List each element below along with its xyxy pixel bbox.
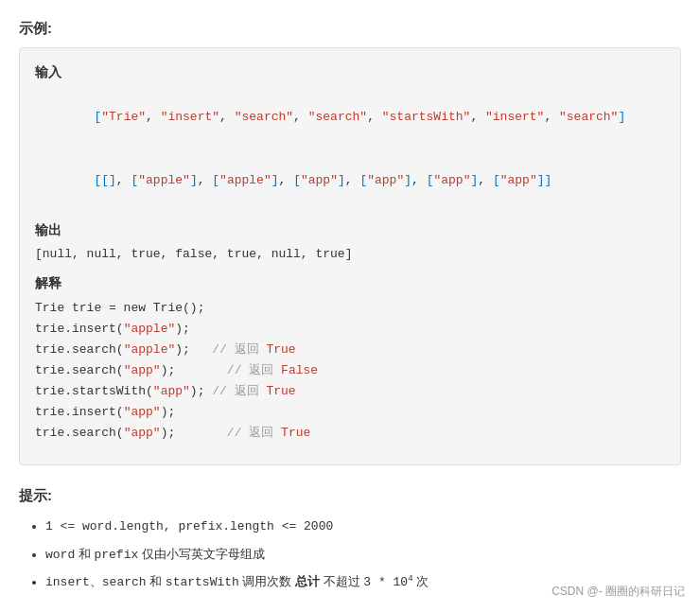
- inner7-close: ]: [537, 173, 545, 187]
- comma2: ,: [219, 110, 235, 124]
- app4: "app": [500, 173, 537, 187]
- hints-list: 1 <= word.length, prefix.length <= 2000 …: [19, 516, 681, 592]
- search-str1: "search": [235, 110, 293, 124]
- comma6: ,: [544, 110, 559, 124]
- hint-2-and: 和: [75, 547, 94, 561]
- explain-line-6: trie.insert("app");: [35, 402, 665, 423]
- trie-str: "Trie": [101, 110, 146, 124]
- hint-item-1: 1 <= word.length, prefix.length <= 2000: [45, 516, 681, 537]
- watermark: CSDN @- 圈圈的科研日记: [551, 583, 685, 601]
- hints-section: 提示: 1 <= word.length, prefix.length <= 2…: [19, 484, 681, 592]
- output-label: 输出: [35, 219, 665, 240]
- outer-bracket-close: ]: [545, 173, 552, 187]
- hint-3-and: 和: [147, 574, 166, 588]
- hint-3-mid: 调用次数: [239, 574, 295, 588]
- explain-label: 解释: [35, 272, 665, 293]
- insert-str2: "insert": [485, 110, 544, 124]
- output-code: [null, null, true, false, true, null, tr…: [35, 244, 665, 265]
- apple1: "apple": [138, 173, 190, 187]
- explain-line-1: Trie trie = new Trie();: [35, 298, 665, 319]
- example-box: 输入 ["Trie", "insert", "search", "search"…: [19, 47, 681, 465]
- comma3: ,: [293, 110, 308, 124]
- hint-2-prefix: prefix: [94, 548, 138, 562]
- sep5: ,: [411, 173, 427, 187]
- app2: "app": [367, 173, 404, 187]
- inner5-close: ]: [404, 173, 411, 187]
- hint-3-total: 总计: [295, 574, 320, 588]
- hint-3-insert: insert: [45, 575, 90, 589]
- explain-code: Trie trie = new Trie(); trie.insert("app…: [35, 298, 665, 445]
- explain-line-3: trie.search("apple"); // 返回 True: [35, 340, 665, 360]
- hints-title: 提示:: [19, 484, 681, 507]
- hint-3-sep1: 、: [90, 574, 102, 588]
- explain-line-2: trie.insert("apple");: [35, 319, 665, 340]
- example-section-title: 示例:: [19, 17, 681, 40]
- hint-3-search: search: [102, 575, 147, 589]
- app1: "app": [301, 173, 338, 187]
- sep6: ,: [478, 173, 493, 187]
- comma4: ,: [367, 110, 382, 124]
- comma1: ,: [146, 110, 161, 124]
- inner7-open: [: [493, 173, 500, 187]
- input-line-1: ["Trie", "insert", "search", "search", "…: [35, 86, 665, 149]
- hint-3-num: 3 * 104: [363, 575, 412, 589]
- hint-item-2: word 和 prefix 仅由小写英文字母组成: [45, 544, 681, 566]
- hint-3-startswith: startsWith: [166, 575, 239, 589]
- inner4-open: [: [293, 173, 301, 187]
- insert-str1: "insert": [161, 110, 219, 124]
- inner1: []: [101, 173, 116, 187]
- sep1: ,: [116, 173, 131, 187]
- hint-1-text: 1 <= word.length, prefix.length <= 2000: [45, 519, 333, 533]
- hint-3-notmore: 不超过: [320, 574, 363, 588]
- apple2: "apple": [219, 173, 271, 187]
- input-code: ["Trie", "insert", "search", "search", "…: [35, 86, 665, 212]
- hint-2-word: word: [45, 548, 75, 562]
- inner3-close: ]: [271, 173, 279, 187]
- input-label: 输入: [35, 61, 665, 82]
- inner4-close: ]: [338, 173, 345, 187]
- inner2-close: ]: [190, 173, 198, 187]
- bracket-close: ]: [618, 110, 625, 124]
- input-line-2: [[], ["apple"], ["apple"], ["app"], ["ap…: [35, 149, 665, 212]
- explain-line-5: trie.startsWith("app"); // 返回 True: [35, 381, 665, 402]
- explain-line-7: trie.search("app"); // 返回 True: [35, 423, 665, 444]
- inner3-open: [: [212, 173, 219, 187]
- search-str3: "search": [559, 110, 618, 124]
- search-str2: "search": [308, 110, 367, 124]
- hint-2-post: 仅由小写英文字母组成: [138, 547, 265, 561]
- sep4: ,: [345, 173, 360, 187]
- sep3: ,: [279, 173, 294, 187]
- startswith-str: "startsWith": [382, 110, 471, 124]
- comma5: ,: [470, 110, 485, 124]
- sep2: ,: [198, 173, 213, 187]
- output-line: [null, null, true, false, true, null, tr…: [35, 244, 665, 265]
- explain-line-4: trie.search("app"); // 返回 False: [35, 360, 665, 381]
- hint-3-times: 次: [413, 574, 429, 588]
- app3: "app": [433, 173, 470, 187]
- page-container: 示例: 输入 ["Trie", "insert", "search", "sea…: [19, 17, 681, 593]
